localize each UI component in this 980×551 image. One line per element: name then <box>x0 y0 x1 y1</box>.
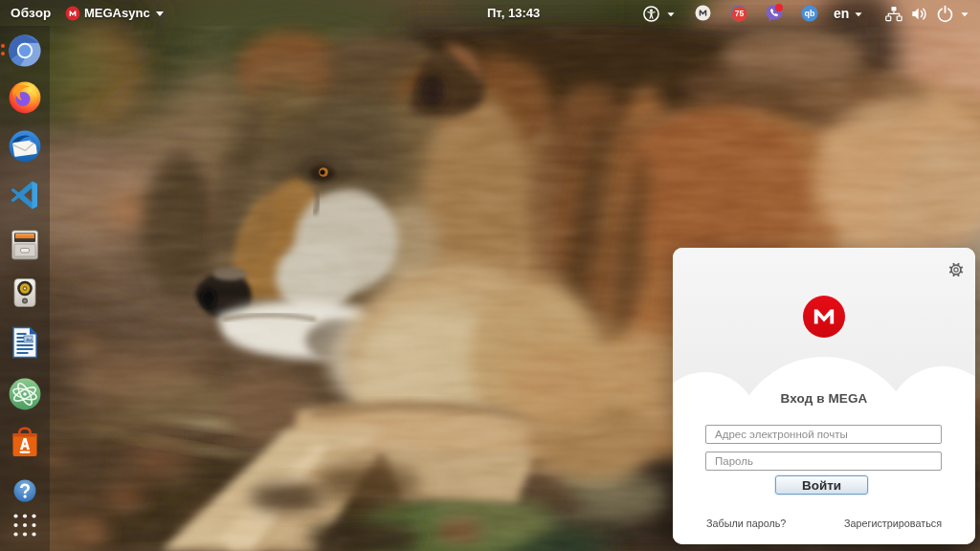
svg-text:75: 75 <box>735 9 745 18</box>
svg-text:qb: qb <box>805 9 815 18</box>
